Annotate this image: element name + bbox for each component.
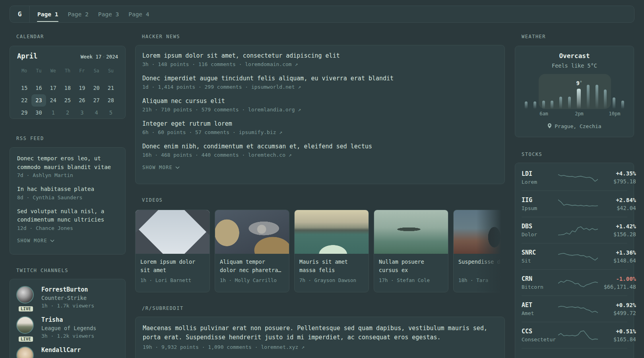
weather-condition: Overcast [515,52,634,60]
weather-bar [542,101,545,109]
channel-game: League of Legends [41,325,96,331]
hackernews-section-title: HACKER NEWS [142,34,505,39]
calendar-day: 19 [75,82,89,94]
weather-section-title: WEATHER [522,34,634,39]
weather-bars [525,74,624,109]
stock-ticker: SNRC [522,249,558,256]
weather-time-label: 6am [539,111,548,117]
twitch-channel[interactable]: KendallCarr [16,346,119,358]
calendar-separator: · [101,54,106,60]
hn-item-meta: 6h · 60 points · 57 comments · ipsumify.… [142,129,498,135]
video-card[interactable]: Suspendisse diam 18h · Tara [453,210,505,292]
channel-name[interactable]: Trisha [41,316,96,323]
channel-name[interactable]: KendallCarr [41,346,81,354]
app-logo[interactable]: G [10,6,29,22]
avatar-wrap: LIVE [16,316,35,339]
calendar-week: Week 17·2024 [81,54,118,60]
stock-change: +0.51% [598,328,636,335]
tab-page-4[interactable]: Page 4 [124,6,154,22]
hn-item-title[interactable]: Donec imperdiet augue tincidunt felis al… [142,75,498,82]
video-thumbnail [454,210,505,254]
channel-meta: 3h · 1.2k viewers [41,333,96,339]
weather-time-labels: 6am2pm10pm [525,111,624,117]
stock-ticker: IIG [522,197,558,204]
video-card[interactable]: Nullam posuere cursus ex 17h · Stefan Co… [374,210,448,292]
stock-change: +1.36% [598,249,636,256]
rss-widget: Donec tempor eros leo, ut commodo mauris… [10,147,126,255]
calendar-day: 15 [17,82,31,94]
calendar-day: 1 [46,107,60,119]
avatar-wrap: LIVE [16,286,35,309]
stock-name: Dolor [522,232,558,237]
show-more-label: SHOW MORE [17,238,47,243]
channel-name[interactable]: ForrestBurton [41,286,94,293]
reddit-post-title[interactable]: Maecenas mollis pulvinar erat non posuer… [143,324,497,342]
top-nav: G Page 1 Page 2 Page 3 Page 4 [10,6,634,23]
channel-game: Counter-Strike [41,295,94,301]
tab-page-1[interactable]: Page 1 [33,6,63,22]
stock-change: +4.35% [598,170,636,177]
stock-sparkline [558,250,598,263]
tab-page-3[interactable]: Page 3 [93,6,124,22]
rss-item-title[interactable]: Donec tempor eros leo, ut commodo mauris… [17,154,118,171]
reddit-post-meta: 19h · 9,932 points · 1,090 comments · lo… [143,344,497,350]
stock-row: AHS +0.46% [522,348,627,358]
video-meta: 1h · Lori Barnett [140,277,205,283]
hn-item-meta: 1d · 1,414 points · 299 comments · ipsum… [142,84,498,90]
hn-item: Donec imperdiet augue tincidunt felis al… [142,75,498,90]
calendar-day: 20 [89,82,103,94]
twitch-channel[interactable]: LIVE Trisha League of Legends 3h · 1.2k … [16,316,119,339]
video-thumbnail [215,210,289,254]
right-column: WEATHER Overcast Feels like 5°C 9° 6am2p… [515,23,634,358]
stock-sparkline [558,302,598,316]
chevron-down-icon [175,165,180,170]
stock-name: Lorem [522,179,558,185]
hackernews-widget: Lorem ipsum dolor sit amet, consectetur … [135,45,505,184]
calendar-weekday: We [46,65,60,77]
calendar-day: 22 [17,94,31,107]
video-card[interactable]: Lorem ipsum dolor sit amet consectetu… 1… [135,210,210,292]
hn-item-title[interactable]: Lorem ipsum dolor sit amet, consectetur … [142,52,498,59]
hn-item-title[interactable]: Aliquam nec cursus elit [142,97,498,105]
rss-item-title[interactable]: In hac habitasse platea [17,185,118,194]
video-card[interactable]: Mauris sit amet massa felis 7h · Grayson… [294,210,369,292]
reddit-section-title: /R/SUBREDDIT [142,305,505,311]
hn-item-meta: 16h · 468 points · 440 comments · loremt… [142,152,498,158]
stock-row: IIGIpsum +2.84%$42.04 [522,191,627,217]
rss-item-title[interactable]: Sed volutpat nulla nisl, a condimentum n… [17,207,118,224]
stock-ticker: DBS [522,223,558,230]
live-badge: LIVE [18,305,34,312]
weather-bar [533,101,536,109]
video-meta: 1h · Molly Carrillo [220,277,284,283]
hn-item: Aliquam nec cursus elit 21h · 710 points… [142,97,498,113]
stock-row: LDILorem +4.35%$795.18 [522,164,627,191]
hn-item-title[interactable]: Integer eget rutrum lorem [142,120,498,127]
stock-row: CCSConsectetur +0.51%$165.84 [522,322,627,348]
calendar-weekday: Sa [89,65,103,77]
stock-ticker: CCS [522,328,558,335]
weather-bar [551,101,553,109]
twitch-channel[interactable]: LIVE ForrestBurton Counter-Strike 1h · 1… [16,286,119,309]
tab-page-2[interactable]: Page 2 [63,6,93,22]
hn-item: Lorem ipsum dolor sit amet, consectetur … [142,52,498,67]
hn-show-more-button[interactable]: SHOW MORE [142,165,498,170]
stock-name: Bitcorn [522,284,558,290]
stock-row: SNRCSit +1.36%$148.64 [522,243,627,269]
video-card[interactable]: Aliquam tempor dolor nec pharetra… 1h · … [215,210,289,292]
stock-sparkline [558,224,598,237]
calendar-day: 28 [104,94,118,107]
rss-show-more-button[interactable]: SHOW MORE [17,238,118,243]
calendar-day: 26 [75,94,89,107]
calendar-day: 29 [17,107,31,119]
weather-bar [604,90,607,109]
weather-bar [587,85,590,109]
weather-time-label: 10pm [609,111,621,117]
weather-bar [568,97,571,109]
stock-name: Consectetur [522,337,558,342]
nav-divider [29,6,30,22]
calendar-week-number: Week 17 [81,54,102,60]
hn-item-title[interactable]: Donec enim nibh, condimentum et accumsan… [142,143,498,150]
stock-row: CRNBitcorn -1.00%$66,171.48 [522,269,627,296]
calendar-header: April Week 17·2024 [17,52,118,60]
stock-name: Ipsum [522,205,558,211]
